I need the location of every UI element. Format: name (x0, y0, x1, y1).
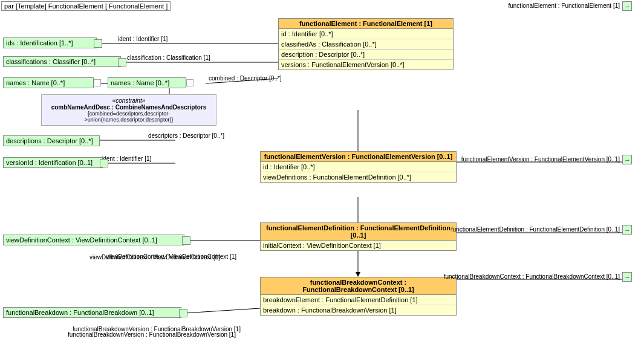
names2-connector (186, 79, 194, 86)
functional-breakdown-context-box: functionalBreakdownContext : FunctionalB… (260, 277, 457, 316)
functional-element-header: functionalElement : FunctionalElement [1… (279, 19, 453, 29)
fev-row-1: id : Identifier [0..*] (261, 162, 456, 172)
top-right-label: functionalElement : FunctionalElement [1… (508, 2, 620, 9)
nav-arrow-top-right[interactable]: → (622, 1, 632, 11)
fbc-right-label: functionalBreakdownContext : FunctionalB… (444, 273, 620, 280)
fbd-version-label: functionalBreakdownVersion : FunctionalB… (68, 331, 236, 338)
classifications-connector (118, 58, 126, 66)
nav-arrow-fed[interactable]: → (622, 225, 632, 235)
svg-text:ident : Identifier [1]: ident : Identifier [1] (102, 155, 151, 162)
fe-row-4: versions : FunctionalElementVersion [0..… (279, 60, 453, 70)
constraint-stereotype: «constraint» (45, 97, 212, 104)
version-id-box: versionId : Identification [0..1] (3, 157, 103, 168)
nav-arrow-fbc[interactable]: → (622, 272, 632, 282)
functional-element-box: functionalElement : FunctionalElement [1… (278, 18, 454, 70)
constraint-box: «constraint» combNameAndDesc : CombineNa… (41, 94, 216, 126)
svg-marker-17 (356, 272, 360, 277)
fed-right-label: functionalElementDefinition : Functional… (451, 226, 620, 233)
fed-row-1: initialContext : ViewDefinitionContext [… (261, 241, 456, 250)
version-id-connector (100, 159, 108, 167)
ids-box: ids : Identification [1..*] (3, 37, 97, 48)
fb-connector (179, 309, 187, 317)
title-bar: par [Template] FunctionalElement [ Funct… (1, 1, 171, 11)
descriptions-box: descriptions : Descriptor [0..*] (3, 135, 100, 146)
nav-arrow-fev[interactable]: → (622, 155, 632, 164)
view-def-ctx-label: viewDefinitionContext : ViewDefinitionCo… (89, 254, 220, 261)
diagram: par [Template] FunctionalElement [ Funct… (0, 0, 644, 350)
functional-element-definition-box: functionalElementDefinition : Functional… (260, 222, 457, 251)
view-definition-context-box: viewDefinitionContext : ViewDefinitionCo… (3, 235, 184, 245)
fe-row-1: id : Identifier [0..*] (279, 29, 453, 39)
svg-line-6 (206, 79, 278, 83)
svg-text:ident : Identifier [1]: ident : Identifier [1] (118, 36, 168, 42)
ids-connector (94, 39, 102, 48)
fev-row-2: viewDefinitions : FunctionalElementDefin… (261, 172, 456, 182)
functional-element-version-box: functionalElementVersion : FunctionalEle… (260, 151, 457, 183)
fe-row-3: description : Descriptor [0..*] (279, 50, 453, 60)
fev-header: functionalElementVersion : FunctionalEle… (261, 152, 456, 162)
names-connector (94, 79, 101, 86)
vdc-connector (182, 236, 190, 245)
svg-text:classification : Classificatio: classification : Classification [1] (127, 54, 210, 61)
fbc-row-2: breakdown : FunctionalBreakdownVersion [… (261, 305, 456, 315)
fbc-header: functionalBreakdownContext : FunctionalB… (261, 277, 456, 295)
names-box: names : Name [0..*] (3, 77, 94, 88)
classifications-box: classifications : Classifier [0..*] (3, 56, 121, 67)
names2-box: names : Name [0..*] (108, 77, 186, 88)
title-text: par [Template] FunctionalElement [ Funct… (4, 2, 168, 10)
fe-row-2: classifiedAs : Classification [0..*] (279, 39, 453, 50)
svg-line-20 (184, 308, 260, 313)
fbc-row-1: breakdownElement : FunctionalElementDefi… (261, 295, 456, 305)
fev-right-label: functionalElementVersion : FunctionalEle… (461, 156, 620, 163)
constraint-name: combNameAndDesc : CombineNamesAndDescrip… (45, 104, 212, 111)
fed-header: functionalElementDefinition : Functional… (261, 223, 456, 241)
functional-breakdown-box: functionalBreakdown : FunctionalBreakdow… (3, 307, 181, 318)
svg-text:combined : Descriptor [0..*]: combined : Descriptor [0..*] (209, 75, 282, 82)
constraint-body: {combined=descriptors.descriptor->union(… (45, 111, 212, 123)
svg-text:descriptors : Descriptor [0..*: descriptors : Descriptor [0..*] (148, 132, 224, 139)
